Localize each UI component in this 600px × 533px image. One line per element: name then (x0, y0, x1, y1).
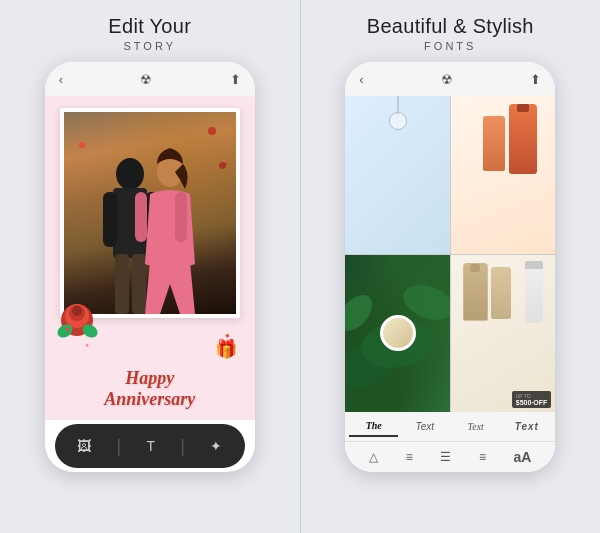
product-jar (380, 315, 416, 351)
bottom-toolbar: 🖼 | T | ✦ (55, 424, 245, 468)
perfume-cap-1 (470, 264, 480, 272)
align-left-icon[interactable]: ≡ (406, 450, 413, 464)
petal-1 (208, 127, 216, 135)
right-phone-topbar: ‹ ☢ ⬆ (345, 62, 555, 96)
petal-scatter-2: ● (225, 331, 230, 340)
left-phone-topbar: ‹ ☢ ⬆ (45, 62, 255, 96)
font-toolbar: The Text Text Text △ ≡ ☰ ≡ aA (345, 412, 555, 472)
back-icon[interactable]: ‹ (59, 72, 63, 87)
svg-rect-7 (135, 192, 147, 242)
petal-2 (79, 142, 85, 148)
app-container: Edit Your STORY ‹ ☢ ⬆ (0, 0, 600, 533)
image-toolbar-icon[interactable]: 🖼 (77, 438, 91, 454)
bottle-cap (517, 104, 529, 112)
petal-scatter-3: ● (85, 341, 89, 348)
left-panel: Edit Your STORY ‹ ☢ ⬆ (0, 0, 300, 533)
left-phone-content: 🎁 ● ● ● Happy Anniversary (45, 96, 255, 420)
svg-rect-5 (132, 254, 146, 314)
hanging-ball (389, 112, 407, 130)
gift-decoration: 🎁 (215, 338, 237, 360)
main-bottle (509, 104, 537, 174)
format-size-icon[interactable]: aA (514, 449, 532, 465)
discount-badge: UP TO $500·OFF (512, 391, 552, 408)
font-tabs-row: The Text Text Text (345, 412, 555, 442)
sparkle-toolbar-icon[interactable]: ✦ (210, 438, 222, 454)
right-eye-icon[interactable]: ☢ (441, 72, 453, 87)
cream-tube (525, 261, 543, 323)
left-panel-title: Edit Your (108, 14, 191, 38)
svg-point-12 (72, 306, 82, 316)
eye-icon[interactable]: ☢ (140, 72, 152, 87)
petal-scatter-1: ● (65, 324, 70, 334)
toolbar-divider-1: | (117, 436, 122, 457)
green-cell (345, 255, 450, 413)
anniversary-text: Anniversary (45, 389, 255, 410)
text-toolbar-icon[interactable]: T (146, 438, 155, 454)
rose-svg (55, 296, 100, 341)
svg-point-0 (116, 158, 144, 190)
right-panel-subtitle: FONTS (424, 40, 476, 52)
left-panel-subtitle: STORY (124, 40, 177, 52)
right-phone-frame: ‹ ☢ ⬆ SUPER SALE 70 % (345, 62, 555, 472)
font-tab-4[interactable]: Text (502, 417, 551, 436)
perfume-bottle-2 (491, 267, 511, 319)
font-tab-1[interactable]: The (349, 416, 398, 437)
right-panel-title: Beautiful & Stylish (367, 14, 534, 38)
rose-decoration (55, 296, 100, 345)
anniversary-text-container: Happy Anniversary (45, 368, 255, 410)
font-tab-3[interactable]: Text (451, 417, 500, 436)
product-grid: SUPER SALE 70 % OFF| (345, 96, 555, 412)
svg-rect-8 (175, 192, 187, 242)
upload-icon[interactable]: ⬆ (230, 72, 241, 87)
happy-text: Happy (125, 368, 174, 388)
perfume-bottle-1 (463, 263, 488, 321)
svg-rect-2 (103, 192, 117, 247)
bottle-cell (451, 96, 556, 254)
tube-cap (525, 261, 543, 269)
right-upload-icon[interactable]: ⬆ (530, 72, 541, 87)
perfume-cell: UP TO $500·OFF (451, 255, 556, 413)
right-phone-content: SUPER SALE 70 % OFF| (345, 96, 555, 472)
sale-cell: SUPER SALE 70 % OFF| (345, 96, 450, 254)
right-panel: Beautiful & Stylish FONTS ‹ ☢ ⬆ (301, 0, 601, 533)
font-tab-2[interactable]: Text (400, 417, 449, 436)
couple-silhouette (95, 144, 205, 314)
left-phone-frame: ‹ ☢ ⬆ (45, 62, 255, 472)
couple-photo (64, 112, 236, 314)
svg-rect-4 (115, 254, 129, 314)
toolbar-divider-2: | (180, 436, 185, 457)
triangle-icon[interactable]: △ (369, 450, 378, 464)
right-back-icon[interactable]: ‹ (359, 72, 363, 87)
text-align-bar: △ ≡ ☰ ≡ aA (345, 442, 555, 472)
align-right-icon[interactable]: ≡ (479, 450, 486, 464)
second-bottle (483, 116, 505, 171)
couple-photo-frame (60, 108, 240, 318)
discount-amount: $500·OFF (516, 399, 548, 406)
align-center-icon[interactable]: ☰ (440, 450, 451, 464)
